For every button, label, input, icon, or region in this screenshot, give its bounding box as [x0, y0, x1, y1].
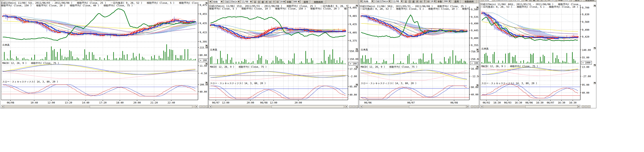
- horizontal-scrollbar[interactable]: ◀▶: [480, 105, 580, 108]
- scroll-left-button[interactable]: ◀: [480, 105, 483, 108]
- window-tool-button[interactable]: [477, 105, 479, 108]
- scroll-right-button[interactable]: ▶: [195, 105, 198, 108]
- window-tool-button[interactable]: [352, 105, 355, 108]
- axis-tick-label: 9,435: [350, 23, 357, 26]
- axis-tick-label: 9,490: [471, 22, 478, 25]
- x-axis-label: 16:30: [557, 101, 566, 104]
- scrollbar-thumb[interactable]: [90, 105, 192, 108]
- chart-canvas: [0, 0, 208, 108]
- scroll-left-button[interactable]: ◀: [360, 105, 362, 108]
- horizontal-scrollbar[interactable]: ◀▶: [360, 105, 470, 108]
- scrollbar-thumb[interactable]: [272, 105, 344, 108]
- chart-canvas: [208, 0, 358, 108]
- x-axis-label: 18:40: [115, 101, 124, 104]
- x-axis-label: 17:20: [98, 101, 108, 104]
- axis-tick-label: 9,455: [200, 12, 207, 16]
- x-axis-label: 16:30: [535, 101, 544, 104]
- chart-workspace: ▼先物▼日経225mini▼11/06▼足日週月分T分10▼本数300▼適用複数…: [0, 0, 644, 152]
- axis-tick-label: 9,445: [471, 29, 478, 32]
- pane-resize-handle[interactable]: [594, 64, 596, 66]
- x-axis-label: 06/08: [259, 101, 268, 104]
- pane-resize-handle[interactable]: [205, 2, 208, 4]
- axis-tick-label: 150.00: [350, 58, 358, 60]
- pane-resize-handle[interactable]: [594, 5, 596, 7]
- pane-resize-handle[interactable]: [205, 45, 208, 47]
- x-axis-label: 12:00: [221, 101, 230, 104]
- axis-tick-label: 95.00: [582, 83, 590, 86]
- x-axis-label: 21:20: [149, 101, 159, 104]
- window-tool-button[interactable]: [588, 105, 590, 108]
- chart-window-1: ▼先物▼日経225mini▼11/06▼足日週月分T分10▼本数300▼適用複数…: [0, 0, 208, 108]
- axis-tick-label: 40.00: [350, 93, 357, 96]
- scrollbar-thumb[interactable]: [525, 105, 578, 108]
- x-axis-label: 06/08: [450, 101, 459, 104]
- macd-pane-label: MACD( 12, 26, 9 ) 移動平均( Close, 75 ): [482, 65, 538, 68]
- pane-resize-handle[interactable]: [205, 63, 208, 65]
- axis-tick-label: 80.00: [200, 54, 207, 56]
- chart-canvas: [480, 0, 596, 108]
- scale-multiplier-badge: × 100: [199, 58, 208, 62]
- pane-resize-handle[interactable]: [476, 66, 478, 68]
- window-tool-button[interactable]: [206, 105, 208, 108]
- pane-resize-handle[interactable]: [476, 6, 478, 9]
- window-tool-button[interactable]: [356, 105, 358, 108]
- window-tool-button[interactable]: [202, 105, 205, 108]
- x-axis-label: 14:40: [81, 101, 90, 104]
- pane-resize-handle[interactable]: [356, 5, 358, 7]
- scroll-left-button[interactable]: ◀: [209, 105, 212, 108]
- window-tool-button[interactable]: [585, 105, 588, 108]
- axis-tick-label: 9,465: [350, 14, 357, 18]
- axis-tick-label: 40.00: [471, 93, 478, 96]
- window-tool-button[interactable]: [582, 105, 584, 108]
- x-axis-label: 06/02: [482, 101, 491, 104]
- pane-resize-handle[interactable]: [476, 84, 478, 86]
- scroll-left-button[interactable]: ◀: [1, 105, 4, 108]
- axis-tick-label: 13.00: [582, 66, 590, 68]
- axis-tick-label: 9,405: [350, 31, 357, 34]
- chart-window-4: ▼先物▼日経225mini▼11/06▼足日週月分T分10▼本数300▼適用複数…: [480, 0, 596, 108]
- horizontal-scrollbar[interactable]: ◀▶: [1, 105, 198, 108]
- horizontal-scrollbar[interactable]: ◀▶: [209, 105, 348, 108]
- x-axis-label: 06/08: [6, 101, 15, 104]
- scroll-right-button[interactable]: ▶: [345, 105, 348, 108]
- chart-canvas: [359, 0, 479, 108]
- scroll-right-button[interactable]: ▶: [578, 105, 580, 108]
- axis-tick-label: 9,560: [582, 20, 590, 23]
- volume-pane-label: 出来高: [482, 48, 488, 50]
- x-axis-label: 16:30: [568, 101, 578, 104]
- x-axis-label: 16:30: [514, 101, 523, 104]
- axis-tick-label: 9,630: [582, 13, 590, 16]
- axis-tick-label: 9,395: [200, 40, 207, 43]
- x-axis-label: 06/07: [211, 101, 220, 104]
- pane-resize-handle[interactable]: [594, 47, 596, 49]
- axis-tick-label: -12.50: [471, 75, 479, 78]
- stoch-pane-label: スロー・ストキャスティクス( 14, 3, 80, 20 ): [361, 82, 416, 85]
- axis-tick-label: 9,400: [471, 36, 478, 40]
- pane-resize-handle[interactable]: [356, 48, 358, 50]
- axis-tick-label: 140.00: [582, 48, 591, 52]
- pane-resize-handle[interactable]: [476, 49, 478, 51]
- window-tool-button[interactable]: [199, 105, 202, 108]
- axis-tick-label: 9,415: [200, 31, 207, 34]
- axis-tick-label: 9,435: [200, 22, 207, 25]
- x-axis-label: 13:20: [64, 101, 73, 104]
- pane-resize-handle[interactable]: [205, 82, 208, 84]
- axis-tick-label: 9,700: [582, 6, 590, 9]
- x-axis-label: 12:00: [269, 101, 278, 104]
- scale-multiplier-badge: × 100: [470, 61, 479, 65]
- pane-resize-handle[interactable]: [356, 84, 358, 86]
- scale-multiplier-badge: × 100: [349, 62, 358, 66]
- chart-window-2: ▼先物▼日経225mini▼11/06▼足日週月分T分10▼本数300▼適用複数…: [208, 0, 358, 108]
- x-axis-label: 20:00: [294, 101, 303, 104]
- window-tool-button[interactable]: [470, 105, 473, 108]
- macd-pane-label: MACD( 12, 26, 9 ) 移動平均( Close, 75 ): [361, 66, 417, 68]
- scrollbar-thumb[interactable]: [409, 105, 466, 108]
- axis-tick-label: 55.00: [582, 56, 590, 59]
- scroll-right-button[interactable]: ▶: [466, 105, 470, 108]
- axis-tick-label: 9,375: [350, 39, 357, 42]
- pane-resize-handle[interactable]: [356, 66, 358, 68]
- window-tool-button[interactable]: [349, 105, 352, 108]
- pane-resize-handle[interactable]: [594, 82, 596, 84]
- x-axis-label: 06/06: [363, 101, 373, 104]
- window-tool-button[interactable]: [474, 105, 476, 108]
